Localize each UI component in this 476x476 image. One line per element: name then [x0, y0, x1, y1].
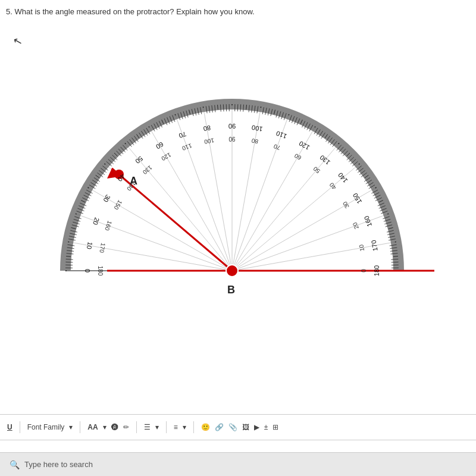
- protractor-svg: AB01801017020160301504014050130601207011…: [48, 51, 428, 300]
- page: 5. What is the angle measured on the pro…: [0, 0, 476, 476]
- font-size-button[interactable]: AA: [87, 423, 98, 431]
- underline-button[interactable]: U: [7, 423, 12, 431]
- paint-icon[interactable]: 🅐: [111, 423, 118, 431]
- svg-line-181: [387, 214, 389, 214]
- svg-line-151: [339, 143, 339, 145]
- align-left-icon[interactable]: ☰: [144, 423, 151, 431]
- toolbar-separator-3: [136, 421, 137, 433]
- bullet-list-icon[interactable]: ≡: [174, 423, 178, 431]
- svg-line-171: [375, 187, 377, 188]
- grid-icon[interactable]: ⊞: [273, 423, 278, 431]
- video-icon[interactable]: ▶: [254, 423, 259, 431]
- svg-text:180: 180: [97, 266, 104, 276]
- svg-line-106: [218, 105, 218, 109]
- svg-text:80: 80: [203, 124, 211, 133]
- link-icon[interactable]: 🔗: [215, 423, 224, 431]
- search-icon: 🔍: [10, 460, 20, 469]
- svg-line-131: [289, 114, 289, 115]
- toolbar-separator-1: [20, 421, 20, 433]
- svg-line-91: [175, 114, 176, 115]
- toolbar-separator-4: [166, 421, 167, 433]
- toolbar-separator-5: [193, 421, 194, 433]
- svg-line-41: [76, 214, 77, 214]
- plusminus-icon[interactable]: ±: [264, 423, 268, 431]
- svg-text:B: B: [227, 284, 235, 296]
- protractor-container: AB01801017020160301504014050130601207011…: [48, 51, 416, 300]
- svg-line-116: [246, 105, 247, 109]
- question-text: 5. What is the angle measured on the pro…: [6, 7, 255, 16]
- svg-line-61: [105, 164, 106, 164]
- svg-line-161: [359, 164, 360, 164]
- svg-text:10: 10: [86, 242, 94, 250]
- paperclip-icon[interactable]: 📎: [228, 423, 237, 431]
- svg-line-26: [66, 256, 71, 257]
- svg-text:180: 180: [373, 265, 380, 276]
- search-bar[interactable]: 🔍 Type here to search: [0, 452, 476, 476]
- svg-text:90: 90: [228, 136, 236, 142]
- cursor-icon: ↖: [11, 33, 23, 48]
- align-dropdown-arrow[interactable]: ▾: [155, 423, 159, 431]
- bullet-list-dropdown-arrow[interactable]: ▾: [183, 423, 186, 431]
- svg-line-51: [88, 187, 89, 188]
- svg-line-71: [125, 143, 126, 145]
- svg-text:90: 90: [228, 123, 236, 130]
- font-family-button[interactable]: Font Family: [27, 423, 65, 431]
- toolbar-separator-2: [80, 421, 80, 433]
- image-icon[interactable]: 🖼: [242, 423, 249, 431]
- toolbar: U Font Family ▾ AA ▾ 🅐 ✏ ☰ ▾ ≡ ▾ 🙂 🔗 📎 🖼…: [0, 414, 476, 440]
- pencil-icon[interactable]: ✏: [123, 423, 129, 431]
- font-size-dropdown-arrow[interactable]: ▾: [103, 423, 107, 431]
- emoji-icon[interactable]: 🙂: [201, 423, 210, 431]
- svg-text:0: 0: [361, 269, 367, 273]
- search-placeholder: Type here to search: [24, 460, 93, 469]
- svg-line-196: [393, 256, 398, 257]
- font-family-dropdown-arrow[interactable]: ▾: [69, 423, 73, 431]
- svg-line-141: [315, 127, 315, 128]
- svg-line-81: [149, 127, 149, 128]
- svg-text:0: 0: [84, 269, 91, 273]
- svg-point-205: [226, 265, 238, 277]
